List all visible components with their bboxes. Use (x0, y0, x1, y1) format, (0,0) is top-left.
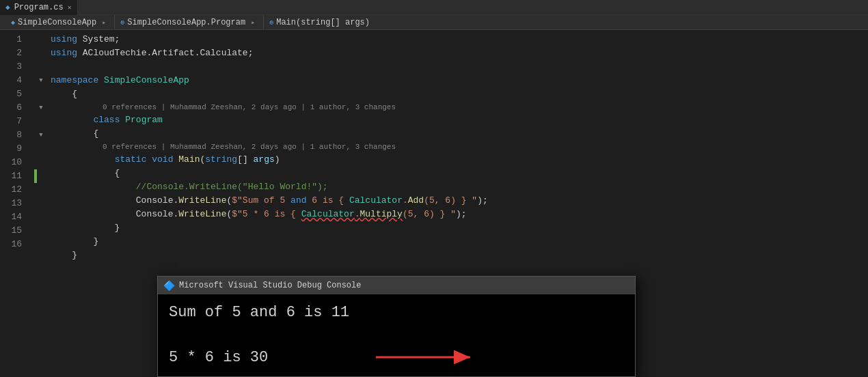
tab-label: Program.cs (14, 3, 64, 12)
line-num-7: 7 (0, 115, 27, 128)
line-num-4: 4 (0, 74, 27, 87)
line-num-13: 13 (0, 197, 27, 210)
breadcrumb-method-label: Main(string[] args) (276, 18, 370, 27)
line-num-12: 12 (0, 183, 27, 197)
breadcrumb-class: ⊕ SimpleConsoleApp.Program ▸ (115, 15, 264, 29)
console-line-2: 5 * 6 is 30 (169, 324, 624, 377)
breadcrumb-class-label: SimpleConsoleApp.Program (127, 18, 245, 27)
line-num-11: 11 (0, 169, 27, 183)
line-num-3: 3 (0, 60, 27, 74)
code-line-13: } (48, 221, 868, 235)
code-line-12: Console.WriteLine($"5 * 6 is { Calculato… (48, 208, 868, 221)
debug-console: 🔷 Microsoft Visual Studio Debug Console … (157, 276, 636, 377)
breadcrumb-mid-icon: ⊕ (120, 18, 124, 27)
code-line-4: namespace SimpleConsoleApp (48, 74, 868, 87)
change-indicator-11 (34, 169, 37, 183)
code-line-16 (48, 262, 868, 276)
file-icon: ◆ (5, 3, 10, 12)
line-num-2: 2 (0, 46, 27, 60)
collapse-icon-6[interactable]: ▼ (39, 104, 42, 111)
code-line-9: { (48, 167, 868, 180)
code-line-7: { (48, 127, 868, 141)
code-line-11: Console.WriteLine($"Sum of 5 and 6 is { … (48, 194, 868, 208)
code-line-6: class Program (48, 113, 868, 127)
line-num-9: 9 (0, 142, 27, 156)
debug-console-body: Sum of 5 and 6 is 11 5 * 6 is 30 (158, 294, 635, 376)
line-num-15: 15 (0, 224, 27, 238)
code-line-15: } (48, 249, 868, 262)
code-lens-1: 0 references | Muhammad Zeeshan, 2 days … (48, 101, 868, 113)
code-lens-2: 0 references | Muhammad Zeeshan, 2 days … (48, 141, 868, 153)
breadcrumb-right-icon: ⊕ (269, 18, 273, 27)
breadcrumb: ◆ SimpleConsoleApp ▸ ⊕ SimpleConsoleApp.… (0, 15, 868, 30)
left-margin: ▼ ▼ ▼ (34, 30, 48, 377)
debug-console-titlebar: 🔷 Microsoft Visual Studio Debug Console (158, 277, 635, 294)
line-num-10: 10 (0, 156, 27, 169)
code-line-1: using System; (48, 33, 868, 46)
breadcrumb-arrow-2: ▸ (251, 18, 255, 27)
console-line-1: Sum of 5 and 6 is 11 (169, 301, 624, 324)
file-tab[interactable]: ◆ Program.cs ✕ (0, 0, 78, 15)
breadcrumb-left-icon: ◆ (11, 18, 15, 27)
red-arrow-icon (279, 324, 478, 377)
code-line-8: static void Main(string[] args) (48, 153, 868, 167)
code-line-3 (48, 60, 868, 74)
code-line-14: } (48, 235, 868, 249)
debug-vs-icon: 🔷 (163, 280, 175, 292)
debug-console-title: Microsoft Visual Studio Debug Console (179, 281, 361, 290)
collapse-icon-4[interactable]: ▼ (39, 77, 42, 84)
tab-bar: ◆ Program.cs ✕ (0, 0, 868, 15)
breadcrumb-arrow-1: ▸ (102, 18, 106, 27)
editor-area: 1 2 3 4 5 6 7 8 9 10 11 12 13 14 15 16 ▼… (0, 30, 868, 377)
code-line-2: using ACloudTechie.Artifact.Calculate; (48, 46, 868, 60)
breadcrumb-app: ◆ SimpleConsoleApp ▸ (5, 15, 115, 29)
code-line-5: { (48, 87, 868, 101)
line-num-16: 16 (0, 238, 27, 251)
line-num-6: 6 (0, 101, 27, 115)
code-line-10: //Console.WriteLine("Hello World!"); (48, 180, 868, 194)
breadcrumb-method: ⊕ Main(string[] args) (264, 15, 375, 29)
line-num-8: 8 (0, 128, 27, 142)
line-num-5: 5 (0, 87, 27, 101)
tab-close-button[interactable]: ✕ (68, 3, 72, 12)
line-numbers: 1 2 3 4 5 6 7 8 9 10 11 12 13 14 15 16 (0, 30, 34, 377)
console-output-1: Sum of 5 and 6 is 11 (169, 301, 349, 324)
console-output-2: 5 * 6 is 30 (169, 346, 268, 369)
breadcrumb-app-label: SimpleConsoleApp (18, 18, 96, 27)
line-num-1: 1 (0, 33, 27, 46)
collapse-icon-8[interactable]: ▼ (39, 132, 42, 139)
line-num-14: 14 (0, 210, 27, 224)
